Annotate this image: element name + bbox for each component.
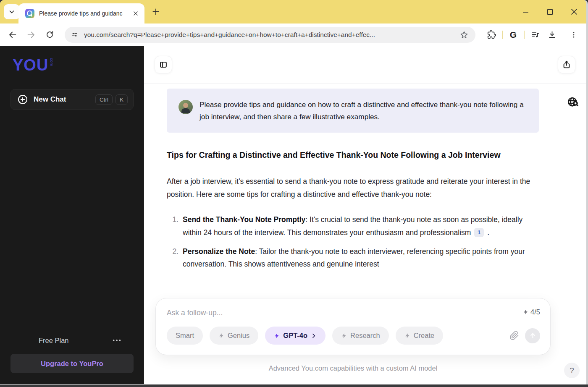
ctrl-key: Ctrl (95, 94, 113, 105)
mode-label: GPT-4o (283, 332, 307, 340)
download-icon (548, 30, 556, 39)
composer-actions (509, 328, 540, 343)
list-item-after: . (485, 228, 489, 237)
list-item-bold: Personalize the Note (183, 247, 255, 256)
tab-close-icon[interactable] (131, 9, 140, 18)
mode-gpt4o-button[interactable]: GPT-4o (265, 327, 326, 345)
plus-icon (152, 8, 160, 16)
web-search-button[interactable] (565, 95, 580, 110)
citation-badge[interactable]: 1 (474, 228, 484, 237)
close-icon (571, 8, 578, 15)
minimize-button[interactable] (513, 0, 538, 24)
playlist-music-icon (531, 30, 540, 39)
browser-window: Please provide tips and guidanc (0, 0, 588, 384)
browser-tab[interactable]: Please provide tips and guidanc (18, 3, 144, 24)
list-item-bold: Send the Thank-You Note Promptly (183, 215, 305, 224)
youcom-app: YOU com New Chat Ctrl K Free Plan Upgr (0, 46, 586, 384)
toolbar-divider (524, 31, 525, 39)
tab-search-button[interactable] (4, 4, 20, 19)
tab-title: Please provide tips and guidanc (39, 10, 131, 17)
site-settings-icon[interactable] (68, 29, 81, 41)
close-button[interactable] (562, 0, 586, 24)
plan-row: Free Plan (0, 336, 144, 345)
puzzle-icon (487, 30, 496, 39)
plan-label: Free Plan (39, 337, 69, 345)
google-profile-button[interactable]: G (505, 26, 522, 43)
forward-button[interactable] (22, 26, 40, 43)
forward-arrow-icon (26, 30, 36, 39)
follow-up-composer: Ask a follow-up... 4/5 Smart Genius (155, 298, 551, 355)
minimize-icon (522, 9, 529, 15)
sidebar-bottom: Free Plan Upgrade to YouPro (0, 336, 144, 384)
logo-suffix: com (50, 58, 54, 73)
list-item-text: Personalize the Note: Tailor the thank-y… (183, 245, 539, 271)
youcom-logo[interactable]: YOU com (13, 57, 144, 73)
youcom-favicon-icon (25, 9, 34, 18)
plan-menu-button[interactable] (110, 336, 124, 345)
new-chat-button[interactable]: New Chat Ctrl K (10, 89, 134, 110)
sidebar-toggle-button[interactable] (155, 56, 172, 73)
bolt-icon (523, 309, 528, 315)
new-chat-label: New Chat (34, 95, 95, 104)
mode-smart-button[interactable]: Smart (167, 327, 203, 345)
extensions-button[interactable] (483, 26, 500, 43)
help-button[interactable]: ? (564, 363, 580, 378)
main-topbar (144, 46, 586, 84)
back-arrow-icon (8, 30, 17, 39)
list-item: 2. Personalize the Note: Tailor the than… (167, 245, 539, 271)
media-playlist-button[interactable] (527, 26, 543, 43)
list-number: 1. (167, 213, 178, 239)
chevron-right-icon (311, 333, 317, 339)
logo-text: YOU (13, 57, 48, 73)
list-item: 1. Send the Thank-You Note Promptly: It'… (167, 213, 539, 239)
quota-indicator: 4/5 (523, 308, 540, 316)
composer-top: Ask a follow-up... 4/5 (167, 307, 540, 318)
quota-text: 4/5 (530, 308, 540, 316)
attach-file-button[interactable] (509, 330, 520, 341)
mode-create-button[interactable]: Create (396, 327, 444, 345)
answer-intro: After a job interview, it's essential to… (167, 175, 539, 201)
maximize-icon (547, 9, 553, 15)
k-key: K (116, 94, 128, 105)
tips-list: 1. Send the Thank-You Note Promptly: It'… (167, 213, 539, 270)
composer-footnote: Advanced You.com capabilities with a cus… (155, 364, 551, 372)
list-number: 2. (167, 245, 178, 271)
mode-research-button[interactable]: Research (332, 327, 389, 345)
main-panel: Please provide tips and guidance on how … (144, 46, 586, 384)
toolbar-divider (502, 31, 503, 39)
mode-label: Genius (228, 332, 249, 340)
mode-label: Research (350, 332, 380, 340)
mode-genius-button[interactable]: Genius (210, 327, 258, 345)
ellipsis-icon (112, 339, 121, 342)
maximize-button[interactable] (538, 0, 562, 24)
paperclip-icon (509, 331, 519, 340)
address-bar[interactable]: you.com/search?q=Please+provide+tips+and… (65, 27, 475, 43)
shortcut-keys: Ctrl K (95, 94, 128, 105)
user-query-bubble: Please provide tips and guidance on how … (167, 89, 539, 133)
browser-titlebar: Please provide tips and guidanc (0, 0, 586, 24)
reload-button[interactable] (40, 26, 59, 43)
upgrade-button[interactable]: Upgrade to YouPro (10, 354, 134, 373)
new-tab-button[interactable] (150, 5, 162, 18)
browser-toolbar: you.com/search?q=Please+provide+tips+and… (0, 24, 586, 46)
bookmark-star-icon[interactable] (458, 29, 470, 41)
browser-menu-button[interactable] (565, 26, 582, 43)
reload-icon (45, 30, 54, 39)
share-button[interactable] (558, 56, 575, 73)
bolt-icon (218, 332, 224, 339)
send-button[interactable] (525, 328, 540, 343)
bolt-icon (404, 332, 410, 339)
user-avatar (178, 100, 193, 114)
mode-label: Smart (176, 332, 194, 340)
bolt-icon (341, 332, 347, 339)
composer-modes: Smart Genius GPT-4o Research (167, 327, 540, 345)
panel-left-icon (159, 60, 168, 69)
follow-up-input[interactable]: Ask a follow-up... (167, 307, 523, 318)
sidebar: YOU com New Chat Ctrl K Free Plan Upgr (0, 46, 144, 384)
mode-label: Create (414, 332, 435, 340)
back-button[interactable] (3, 26, 22, 43)
downloads-button[interactable] (543, 26, 560, 43)
google-g-icon: G (510, 30, 517, 40)
answer-heading: Tips for Crafting a Distinctive and Effe… (167, 150, 539, 160)
user-query-text: Please provide tips and guidance on how … (200, 99, 527, 123)
